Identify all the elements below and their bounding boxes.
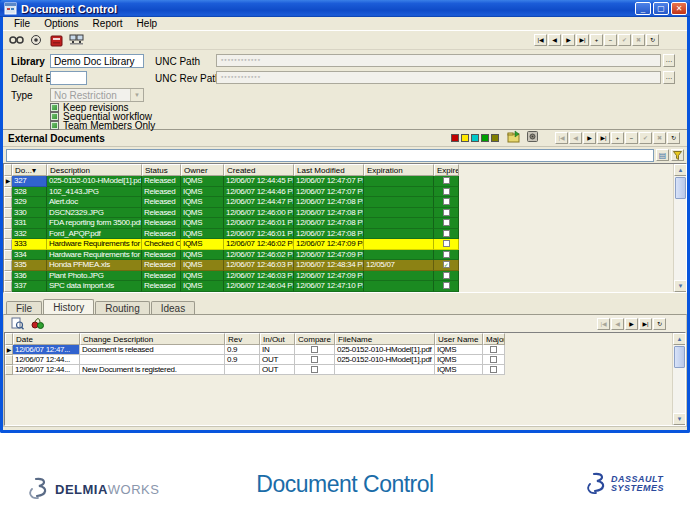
- column-header-status[interactable]: Status: [142, 164, 181, 176]
- nav-next-button[interactable]: ▶: [583, 132, 596, 144]
- minimize-button[interactable]: _: [635, 2, 651, 15]
- default-ext-input[interactable]: [50, 71, 87, 85]
- nav-refresh-button[interactable]: ↻: [653, 318, 666, 330]
- lookup-grid-icon[interactable]: ▤: [656, 149, 669, 161]
- library-input[interactable]: [50, 54, 144, 68]
- compare-checkbox[interactable]: [311, 346, 318, 353]
- nav-next-button[interactable]: ▶: [562, 34, 575, 46]
- unc-rev-path-browse-button[interactable]: …: [663, 71, 675, 84]
- document-row[interactable]: 335Honda PFMEA.xlsReleasedIQMS12/06/07 1…: [4, 260, 686, 271]
- cell: IQMS: [181, 271, 224, 282]
- document-row[interactable]: 331FDA reporting form 3500.pdfReleasedIQ…: [4, 218, 686, 229]
- column-header-created[interactable]: Created: [224, 164, 294, 176]
- document-row[interactable]: 336Plant Photo.JPGReleasedIQMS12/06/07 1…: [4, 271, 686, 282]
- column-header-compare[interactable]: Compare: [295, 333, 335, 345]
- column-header-expired[interactable]: Expired: [434, 164, 459, 176]
- checkout-folder-icon[interactable]: [507, 129, 522, 147]
- app-icon: [4, 2, 17, 15]
- compare-checkbox[interactable]: [311, 366, 318, 373]
- column-header-date[interactable]: Date: [13, 333, 80, 345]
- nav-first-button[interactable]: |◀: [534, 34, 547, 46]
- document-row[interactable]: 329Alert.docReleasedIQMS12/06/07 12:44:4…: [4, 197, 686, 208]
- scroll-up-icon[interactable]: ▲: [674, 164, 687, 176]
- find-icon[interactable]: [8, 33, 24, 47]
- expired-checkbox[interactable]: [443, 209, 450, 216]
- checkbox-team-members-only[interactable]: [50, 121, 59, 130]
- nav-refresh-button[interactable]: ↻: [667, 132, 680, 144]
- menu-options[interactable]: Options: [37, 18, 85, 29]
- filter-funnel-icon[interactable]: [671, 149, 684, 161]
- preview-icon[interactable]: [28, 33, 44, 47]
- expired-checkbox[interactable]: ✓: [443, 261, 450, 268]
- history-row[interactable]: 12/06/07 12:44...0.9OUT025-0152-010-HMod…: [5, 355, 685, 365]
- document-row[interactable]: 328102_4143.JPGReleasedIQMS12/06/07 12:4…: [4, 187, 686, 198]
- tab-file[interactable]: File: [6, 301, 42, 314]
- nav-last-button[interactable]: ▶|: [639, 318, 652, 330]
- column-header-major[interactable]: Major: [483, 333, 505, 345]
- nav-last-button[interactable]: ▶|: [576, 34, 589, 46]
- archive-box-icon[interactable]: [526, 129, 539, 147]
- compare-versions-icon[interactable]: [30, 317, 46, 331]
- tab-history[interactable]: History: [43, 299, 94, 314]
- workstation-icon[interactable]: [68, 33, 84, 47]
- column-header-owner[interactable]: Owner: [181, 164, 224, 176]
- column-header-lastmodified[interactable]: Last Modified: [294, 164, 364, 176]
- scroll-up-icon[interactable]: ▲: [673, 333, 686, 345]
- expired-checkbox[interactable]: [443, 240, 450, 247]
- scrollbar-thumb[interactable]: [675, 177, 686, 199]
- nav-delete-button[interactable]: −: [604, 34, 617, 46]
- document-filter-input[interactable]: [6, 149, 654, 162]
- expired-checkbox[interactable]: [443, 272, 450, 279]
- menu-help[interactable]: Help: [130, 18, 165, 29]
- expired-checkbox[interactable]: [443, 177, 450, 184]
- document-row[interactable]: 332Ford_APQP.pdfReleasedIQMS12/06/07 12:…: [4, 229, 686, 240]
- scroll-down-icon[interactable]: ▼: [673, 413, 686, 425]
- nav-delete-button[interactable]: −: [625, 132, 638, 144]
- scrollbar-thumb[interactable]: [674, 346, 685, 368]
- expired-checkbox[interactable]: [443, 188, 450, 195]
- column-header-rev[interactable]: Rev: [225, 333, 260, 345]
- print-icon[interactable]: [48, 33, 64, 47]
- maximize-button[interactable]: ▢: [653, 2, 669, 15]
- nav-insert-button[interactable]: +: [611, 132, 624, 144]
- nav-insert-button[interactable]: +: [590, 34, 603, 46]
- nav-refresh-button[interactable]: ↻: [646, 34, 659, 46]
- menu-file[interactable]: File: [7, 18, 37, 29]
- history-row[interactable]: 12/06/07 12:44...New Document is registe…: [5, 365, 685, 375]
- expired-checkbox[interactable]: [443, 230, 450, 237]
- document-row[interactable]: 334Hardware Requirements for LargRelease…: [4, 250, 686, 261]
- scroll-down-icon[interactable]: ▼: [674, 280, 687, 292]
- document-row[interactable]: 330DSCN2329.JPGReleasedIQMS12/06/07 12:4…: [4, 208, 686, 219]
- unc-path-browse-button[interactable]: …: [663, 54, 675, 67]
- major-checkbox[interactable]: [490, 366, 497, 373]
- document-row[interactable]: 333Hardware Requirements for EnteChecked…: [4, 239, 686, 250]
- expired-checkbox[interactable]: [443, 198, 450, 205]
- column-header-description[interactable]: Description: [47, 164, 142, 176]
- major-checkbox[interactable]: [490, 356, 497, 363]
- menu-report[interactable]: Report: [86, 18, 130, 29]
- compare-checkbox[interactable]: [311, 356, 318, 363]
- expired-checkbox[interactable]: [443, 251, 450, 258]
- column-header-inout[interactable]: In/Out: [260, 333, 295, 345]
- major-checkbox[interactable]: [490, 346, 497, 353]
- document-row[interactable]: 337SPC data import.xlsReleasedIQMS12/06/…: [4, 281, 686, 292]
- column-header-changedescription[interactable]: Change Description: [80, 333, 225, 345]
- close-button[interactable]: ✕: [671, 2, 687, 15]
- column-header-filename[interactable]: FileName: [335, 333, 435, 345]
- nav-prior-button[interactable]: ◀: [548, 34, 561, 46]
- document-row[interactable]: ▶327025-0152-010-HModel[1].pdfReleasedIQ…: [4, 176, 686, 187]
- history-navigator: |◀◀▶▶|↻: [597, 318, 666, 330]
- preview-document-icon[interactable]: [9, 317, 25, 331]
- cell: Released: [142, 260, 181, 271]
- column-header-username[interactable]: User Name: [435, 333, 483, 345]
- tab-routing[interactable]: Routing: [95, 301, 149, 314]
- nav-next-button[interactable]: ▶: [625, 318, 638, 330]
- history-row[interactable]: ▶12/06/07 12:47...Document is released0.…: [5, 345, 685, 355]
- expired-checkbox[interactable]: [443, 219, 450, 226]
- nav-last-button[interactable]: ▶|: [597, 132, 610, 144]
- tab-ideas[interactable]: Ideas: [151, 301, 195, 314]
- column-header-do[interactable]: Do...▾: [12, 164, 47, 176]
- expired-checkbox[interactable]: [443, 282, 450, 289]
- column-header-expiration[interactable]: Expiration: [364, 164, 434, 176]
- cell: 0.9: [225, 355, 260, 365]
